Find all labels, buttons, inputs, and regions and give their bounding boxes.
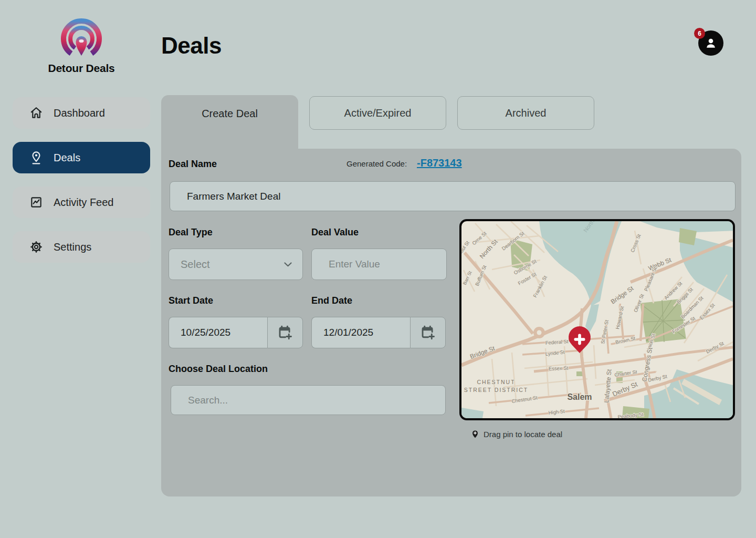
end-date-label: End Date	[311, 295, 352, 306]
person-icon	[704, 36, 718, 50]
sidebar-item-label: Activity Feed	[54, 196, 113, 209]
generated-code-link[interactable]: -F873143	[417, 157, 462, 169]
map-canvas: Orne St School St North St Dearborn St B…	[461, 221, 733, 418]
notification-badge: 6	[694, 28, 705, 39]
end-date-input[interactable]	[311, 317, 410, 348]
svg-text:Howard St: Howard St	[614, 305, 625, 329]
svg-text:Lynde St: Lynde St	[545, 349, 565, 357]
tab-label: Create Deal	[202, 108, 258, 149]
svg-text:High St: High St	[548, 408, 565, 416]
svg-text:Orne St: Orne St	[471, 230, 488, 246]
map-hint-text: Drag pin to locate deal	[484, 430, 562, 439]
location-search-input[interactable]	[171, 385, 446, 415]
map-hint: Drag pin to locate deal	[471, 429, 562, 439]
activity-chart-icon	[29, 195, 43, 209]
generated-code-label: Generated Code:	[346, 159, 407, 168]
location-pin-icon	[29, 150, 43, 165]
deal-value-input[interactable]	[311, 249, 447, 280]
deal-type-select[interactable]: Select	[169, 249, 303, 280]
tab-active-expired[interactable]: Active/Expired	[309, 96, 446, 130]
end-date-picker-button[interactable]	[410, 317, 446, 348]
deal-type-placeholder: Select	[181, 258, 210, 271]
sidebar-item-label: Deals	[54, 152, 80, 164]
start-date-input[interactable]	[169, 317, 267, 348]
svg-text:Bridge St: Bridge St	[610, 284, 635, 305]
svg-text:STREET DISTRICT: STREET DISTRICT	[464, 387, 529, 393]
brand-name: Detour Deals	[43, 62, 120, 75]
sidebar-item-settings[interactable]: Settings	[13, 231, 150, 263]
svg-text:Essex St: Essex St	[549, 365, 569, 371]
page-title: Deals	[161, 33, 222, 59]
svg-text:CHESTNUT: CHESTNUT	[477, 379, 515, 385]
svg-text:Peabody St: Peabody St	[617, 411, 644, 418]
sidebar-item-label: Settings	[54, 241, 91, 253]
detour-deals-logo-icon	[55, 15, 108, 59]
tab-archived[interactable]: Archived	[457, 96, 594, 130]
deal-type-label: Deal Type	[169, 227, 213, 238]
deal-name-input[interactable]	[170, 181, 736, 211]
svg-text:Franklin St: Franklin St	[532, 274, 548, 298]
deal-location-label: Choose Deal Location	[169, 364, 268, 375]
tab-label: Active/Expired	[344, 107, 412, 119]
sidebar-item-deals[interactable]: Deals	[13, 142, 150, 173]
svg-text:Barr St: Barr St	[462, 270, 473, 286]
svg-text:Salem: Salem	[567, 392, 592, 401]
deal-name-label: Deal Name	[169, 159, 217, 170]
pin-plus-icon	[471, 429, 479, 439]
svg-text:Essex St: Essex St	[698, 302, 716, 320]
svg-text:Federal St: Federal St	[545, 338, 569, 346]
svg-text:Foster St: Foster St	[517, 271, 538, 286]
home-icon	[29, 106, 43, 120]
start-date-field	[169, 317, 303, 348]
sidebar-item-dashboard[interactable]: Dashboard	[13, 97, 150, 129]
calendar-plus-icon	[277, 325, 293, 340]
start-date-picker-button[interactable]	[267, 317, 303, 348]
start-date-label: Start Date	[169, 295, 213, 306]
gear-icon	[29, 240, 43, 254]
sidebar-item-activity-feed[interactable]: Activity Feed	[13, 187, 150, 218]
calendar-plus-icon	[420, 325, 436, 340]
sidebar-item-label: Dashboard	[54, 107, 105, 119]
svg-text:Derby St: Derby St	[647, 373, 668, 383]
deal-value-label: Deal Value	[311, 227, 359, 238]
tab-create-deal[interactable]: Create Deal	[161, 95, 298, 149]
end-date-field	[311, 317, 446, 348]
deal-location-map[interactable]: Orne St School St North St Dearborn St B…	[459, 219, 735, 420]
tab-label: Archived	[506, 107, 547, 119]
svg-text:Cross St: Cross St	[629, 233, 642, 253]
map-deal-pin[interactable]	[569, 326, 591, 353]
brand-logo: Detour Deals	[43, 15, 120, 75]
chevron-down-icon	[284, 262, 292, 267]
